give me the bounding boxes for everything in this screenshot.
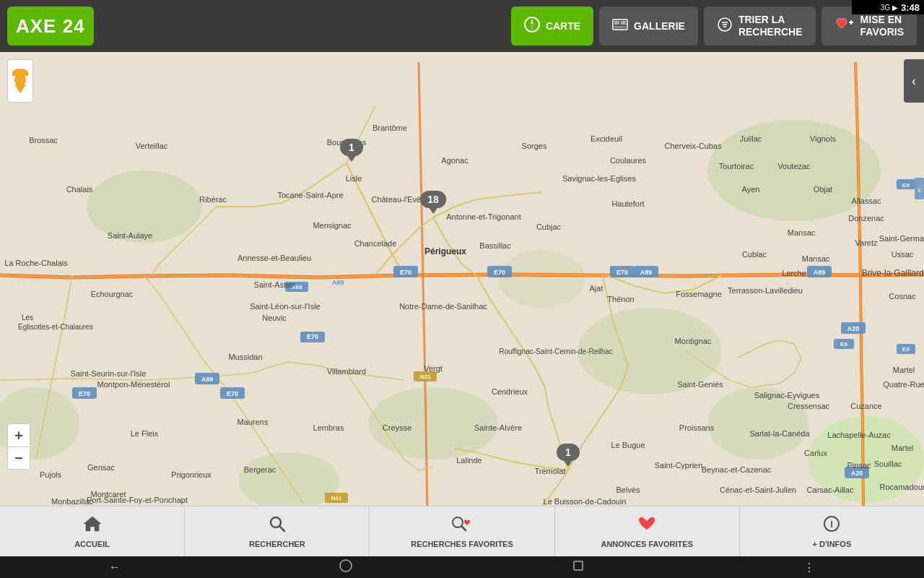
svg-text:Belvès: Belvès <box>616 486 640 494</box>
svg-text:Prigonrieux: Prigonrieux <box>171 470 212 479</box>
svg-text:E70: E70 <box>227 390 238 397</box>
svg-text:Mansac: Mansac <box>788 228 816 237</box>
svg-text:Martel: Martel <box>892 444 914 452</box>
svg-text:Périgueux: Périgueux <box>424 246 466 256</box>
svg-text:E70: E70 <box>616 269 628 276</box>
svg-text:Cublac: Cublac <box>742 250 767 259</box>
svg-text:Notre-Dame-de-Sanilhac: Notre-Dame-de-Sanilhac <box>399 302 487 311</box>
svg-text:Cressensac: Cressensac <box>788 402 830 410</box>
svg-text:N21: N21 <box>331 495 342 501</box>
svg-text:Juillac: Juillac <box>740 134 762 143</box>
svg-text:Le Fleix: Le Fleix <box>131 429 159 438</box>
svg-text:Terrasson-Lavilledieu: Terrasson-Lavilledieu <box>728 286 803 295</box>
android-home-button[interactable] <box>339 558 353 576</box>
nav-annonces-favorites[interactable]: ANNONCES FAVORITES <box>555 506 740 556</box>
svg-text:Creysse: Creysse <box>383 423 411 432</box>
svg-text:Ajat: Ajat <box>590 284 603 293</box>
svg-text:A89: A89 <box>640 269 653 276</box>
svg-text:Chalais: Chalais <box>66 185 93 194</box>
nav-accueil[interactable]: ACCUEIL <box>0 506 185 556</box>
svg-text:Rocamadour: Rocamadour <box>880 483 924 491</box>
carte-label: CARTE <box>546 20 580 32</box>
svg-text:Savignac-les-Eglises: Savignac-les-Eglises <box>562 174 637 183</box>
svg-line-165 <box>461 526 466 530</box>
marker-1-lisle[interactable]: 1 <box>340 139 363 156</box>
svg-text:A69: A69 <box>201 376 214 383</box>
svg-text:Antonne-et-Trigonant: Antonne-et-Trigonant <box>446 212 521 221</box>
svg-text:Hautefort: Hautefort <box>611 199 644 208</box>
compass-icon <box>524 17 540 36</box>
svg-text:Cosnac: Cosnac <box>889 292 916 301</box>
svg-text:Allassac: Allassac <box>852 197 881 205</box>
nav-recherches-favorites[interactable]: RECHERCHES FAVORITES <box>370 506 554 556</box>
svg-text:Fossemagne: Fossemagne <box>676 290 722 298</box>
nav-plus-dinfos[interactable]: i + D'INFOS <box>740 506 924 556</box>
filter-icon <box>717 17 733 36</box>
svg-text:Brive-la-Gaillarde: Brive-la-Gaillarde <box>862 268 924 278</box>
svg-text:Brossac: Brossac <box>29 136 58 144</box>
svg-text:Verteillac: Verteillac <box>136 142 168 150</box>
svg-text:Voutezac: Voutezac <box>777 162 811 171</box>
marker-18-perigueux[interactable]: 18 <box>420 191 446 208</box>
logo: AXE 24 <box>7 7 94 46</box>
svg-text:E9: E9 <box>902 346 910 353</box>
svg-text:Ayen: Ayen <box>742 185 760 194</box>
svg-text:Quatre-Rue: Quatre-Rue <box>883 380 924 389</box>
android-menu-button[interactable]: ⋮ <box>803 561 815 574</box>
zoom-out-button[interactable]: − <box>7 447 30 470</box>
svg-text:Maurens: Maurens <box>237 418 269 426</box>
logo-brand: AXE 24 <box>16 15 85 38</box>
svg-text:A20: A20 <box>851 470 863 477</box>
svg-text:Vergt: Vergt <box>424 364 443 373</box>
svg-text:Montignac: Montignac <box>675 337 712 345</box>
marker-bubble[interactable]: 1 <box>557 444 580 461</box>
svg-rect-4 <box>614 21 619 25</box>
svg-text:Pinsac: Pinsac <box>847 461 871 470</box>
svg-text:Cénac-et-Saint-Julien: Cénac-et-Saint-Julien <box>720 486 796 494</box>
nav-rechercher[interactable]: RECHERCHER <box>185 506 370 556</box>
svg-text:Annesse-et-Beaulieu: Annesse-et-Beaulieu <box>237 254 311 262</box>
svg-text:Montcaret: Montcaret <box>91 490 126 499</box>
heart-icon <box>637 515 656 537</box>
svg-text:Ribérac: Ribérac <box>199 195 227 204</box>
svg-text:Beynac-et-Cazenac: Beynac-et-Cazenac <box>702 465 772 474</box>
android-back-button[interactable]: ← <box>109 561 121 574</box>
marker-bubble[interactable]: 18 <box>420 191 446 208</box>
marker-bubble[interactable]: 1 <box>340 139 363 156</box>
collapse-panel-button[interactable]: ‹ <box>904 59 924 103</box>
svg-marker-1 <box>531 19 533 25</box>
svg-text:E: E <box>918 187 921 194</box>
gallerie-button[interactable]: GALLERIE <box>599 7 698 46</box>
marker-1-lebuisson[interactable]: 1 <box>557 444 580 461</box>
android-recent-button[interactable] <box>571 558 585 576</box>
map-container[interactable]: E70 E70 E70 A89 A69 E70 E70 A89 A20 A20 … <box>0 52 924 527</box>
svg-text:Saint-Seurin-sur-l'Isle: Saint-Seurin-sur-l'Isle <box>71 369 147 378</box>
zoom-in-button[interactable]: + <box>7 423 30 447</box>
svg-text:Bassillac: Bassillac <box>479 241 511 250</box>
svg-text:Saint-Cyprien: Saint-Cyprien <box>655 461 703 470</box>
svg-text:E70: E70 <box>400 269 411 276</box>
svg-text:Proissans: Proissans <box>679 423 715 432</box>
svg-text:Mensignac: Mensignac <box>313 221 352 230</box>
svg-text:A89: A89 <box>814 269 826 276</box>
svg-text:N21: N21 <box>420 374 431 380</box>
carte-button[interactable]: CARTE <box>511 7 593 46</box>
svg-point-21 <box>498 250 585 308</box>
svg-text:Rouffignac-Saint-Cernin-de-Rei: Rouffignac-Saint-Cernin-de-Reilhac <box>499 348 613 355</box>
info-icon: i <box>823 515 840 537</box>
trier-button[interactable]: TRIER LA RECHERCHE <box>704 7 816 46</box>
nav-recherches-favorites-label: RECHERCHES FAVORITES <box>411 540 513 548</box>
street-view-button[interactable] <box>7 59 33 103</box>
svg-text:Larche: Larche <box>782 269 806 277</box>
svg-text:Coulaures: Coulaures <box>610 156 647 165</box>
svg-rect-169 <box>574 561 583 570</box>
svg-marker-2 <box>531 25 533 30</box>
svg-point-168 <box>340 560 352 571</box>
svg-text:Saint-Geniès: Saint-Geniès <box>677 380 723 389</box>
search-heart-icon <box>451 515 473 537</box>
svg-line-163 <box>279 526 284 531</box>
bottom-nav: ACCUEIL RECHERCHER RECHERCHES FAVORITES … <box>0 506 924 556</box>
nav-plus-dinfos-label: + D'INFOS <box>813 540 852 548</box>
svg-text:Villamblard: Villamblard <box>327 367 366 376</box>
svg-text:Tourtoirac: Tourtoirac <box>719 162 754 171</box>
